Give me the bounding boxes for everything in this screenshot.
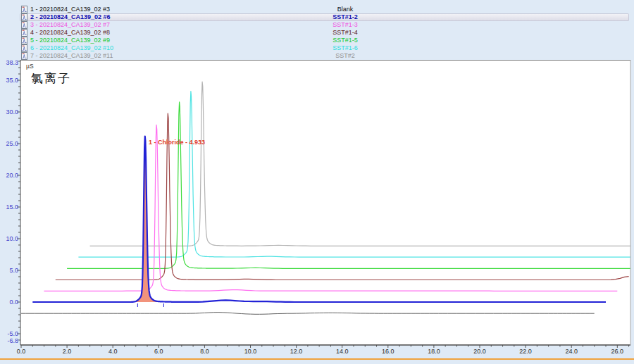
- peak-annotation: 1 - Chloride - 4.933: [149, 139, 205, 146]
- plot-title: 氯离子: [31, 70, 71, 87]
- chromatogram-icon: [21, 52, 27, 60]
- svg-text:4.0: 4.0: [108, 348, 118, 355]
- svg-text:14.0: 14.0: [336, 348, 349, 355]
- sample-name: SST#2: [296, 52, 394, 60]
- time-axis-highlight-rule: [0, 358, 634, 360]
- sample-name: Blank: [296, 6, 394, 13]
- svg-text:-5.0: -5.0: [7, 330, 18, 337]
- chromatogram-icon: [21, 13, 27, 21]
- svg-text:35.0: 35.0: [6, 77, 18, 84]
- svg-text:22.0: 22.0: [519, 348, 532, 355]
- svg-text:15.0: 15.0: [6, 203, 18, 211]
- svg-text:5.0: 5.0: [9, 267, 18, 274]
- legend-row[interactable]: 6 - 20210824_CA139_02 #10SST#1-6: [20, 44, 629, 52]
- svg-text:25.0: 25.0: [6, 140, 18, 147]
- y-axis-unit-label: µS: [26, 63, 34, 70]
- legend-row[interactable]: 3 - 20210824_CA139_02 #7SST#1-3: [20, 21, 629, 29]
- svg-text:10.0: 10.0: [244, 348, 257, 355]
- injection-label: 6 - 20210824_CA139_02 #10: [30, 44, 113, 51]
- svg-text:26.0: 26.0: [611, 348, 624, 355]
- sample-name: SST#1-2: [296, 13, 394, 21]
- legend-row[interactable]: 2 - 20210824_CA139_02 #6SST#1-2: [20, 13, 629, 21]
- sample-name: SST#1-3: [296, 21, 394, 29]
- injection-label: 4 - 20210824_CA139_02 #8: [30, 29, 110, 36]
- svg-text:18.0: 18.0: [428, 348, 440, 355]
- legend-row[interactable]: 1 - 20210824_CA139_02 #3Blank: [20, 6, 629, 13]
- legend-row[interactable]: 5 - 20210824_CA139_02 #9SST#1-5: [20, 37, 629, 44]
- chromatogram-icon: [21, 44, 27, 52]
- svg-text:8.0: 8.0: [200, 348, 209, 355]
- legend-row[interactable]: 4 - 20210824_CA139_02 #8SST#1-4: [20, 29, 629, 37]
- chromatogram-icon: [21, 29, 27, 37]
- chromatogram-icon: [21, 37, 27, 44]
- sample-name: SST#1-4: [296, 29, 394, 37]
- injection-label: 1 - 20210824_CA139_02 #3: [30, 6, 110, 13]
- svg-text:12.0: 12.0: [290, 348, 303, 355]
- sample-name: SST#1-5: [296, 37, 394, 44]
- svg-text:38.3: 38.3: [6, 60, 18, 66]
- svg-text:0.0: 0.0: [17, 348, 26, 355]
- svg-text:6.0: 6.0: [154, 348, 163, 355]
- svg-text:10.0: 10.0: [6, 235, 18, 242]
- svg-text:20.0: 20.0: [6, 172, 18, 179]
- legend-row[interactable]: 7 - 20210824_CA139_02 #11SST#2: [20, 52, 629, 60]
- svg-text:-6.8: -6.8: [7, 337, 18, 344]
- injection-label: 5 - 20210824_CA139_02 #9: [30, 37, 110, 44]
- injection-legend: 1 - 20210824_CA139_02 #3Blank2 - 2021082…: [20, 6, 629, 60]
- chromatogram-icon: [21, 21, 27, 29]
- injection-label: 7 - 20210824_CA139_02 #11: [30, 52, 113, 59]
- injection-label: 2 - 20210824_CA139_02 #6: [30, 13, 111, 20]
- svg-text:0.0: 0.0: [9, 299, 18, 306]
- svg-text:2.0: 2.0: [63, 348, 72, 355]
- injection-label: 3 - 20210824_CA139_02 #7: [30, 21, 110, 28]
- svg-text:16.0: 16.0: [382, 348, 394, 355]
- svg-text:20.0: 20.0: [473, 348, 486, 355]
- svg-text:24.0: 24.0: [565, 348, 578, 355]
- chromatogram-viewer-pane: 1 - 20210824_CA139_02 #3Blank2 - 2021082…: [0, 0, 634, 364]
- chromatogram-plot[interactable]: 35.030.025.020.015.010.05.00.0-5.038.3-6…: [0, 60, 634, 364]
- chromatogram-icon: [21, 6, 27, 13]
- svg-text:30.0: 30.0: [6, 108, 18, 115]
- sample-name: SST#1-6: [296, 44, 394, 52]
